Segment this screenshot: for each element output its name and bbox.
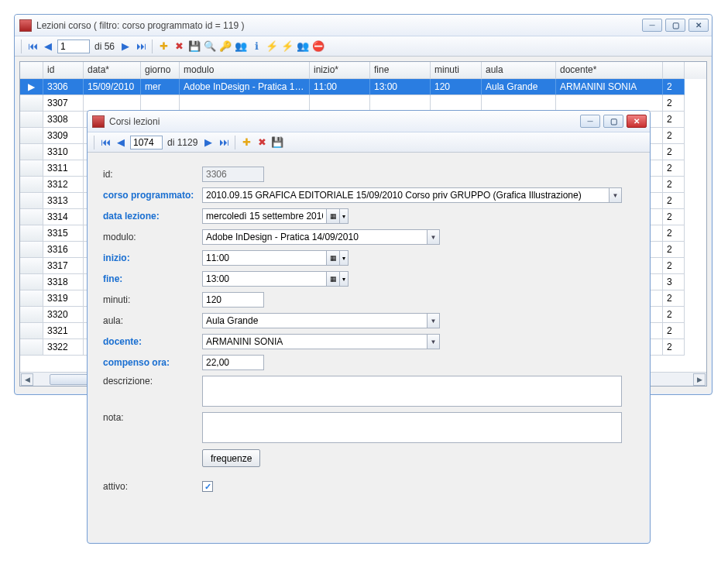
docente-label: docente: bbox=[103, 336, 202, 347]
search-icon[interactable]: 🔍 bbox=[204, 40, 216, 53]
chevron-down-icon[interactable]: ▾ bbox=[339, 271, 349, 287]
chevron-down-icon[interactable]: ▼ bbox=[427, 313, 440, 328]
chevron-down-icon[interactable]: ▼ bbox=[427, 334, 440, 349]
close-button[interactable]: ✕ bbox=[627, 115, 647, 128]
next-record-icon[interactable]: ▶ bbox=[119, 40, 132, 53]
record-position-input[interactable] bbox=[130, 136, 163, 149]
attivo-checkbox[interactable]: ✓ bbox=[202, 481, 213, 492]
group-icon[interactable]: 👥 bbox=[297, 40, 309, 53]
action2-icon[interactable]: ⚡ bbox=[281, 40, 294, 53]
save-icon[interactable]: 💾 bbox=[271, 136, 283, 149]
docente-combo[interactable] bbox=[202, 334, 427, 349]
compenso-field[interactable] bbox=[202, 355, 264, 370]
chevron-down-icon[interactable]: ▾ bbox=[339, 250, 349, 266]
last-record-icon[interactable]: ⏭ bbox=[135, 40, 147, 53]
descrizione-label: descrizione: bbox=[103, 376, 202, 387]
compenso-label: compenso ora: bbox=[103, 357, 202, 368]
inizio-label: inizio: bbox=[103, 253, 202, 263]
chevron-down-icon[interactable]: ▼ bbox=[427, 229, 440, 245]
frequenze-button[interactable]: frequenze bbox=[202, 449, 260, 467]
last-record-icon[interactable]: ⏭ bbox=[218, 136, 230, 149]
table-row[interactable]: ▶330615/09/2010merAdobe InDesign - Prati… bbox=[20, 79, 706, 95]
add-record-icon[interactable]: ✚ bbox=[157, 40, 170, 53]
first-record-icon[interactable]: ⏮ bbox=[26, 40, 39, 53]
id-field bbox=[202, 167, 264, 182]
delete-record-icon[interactable]: ✖ bbox=[256, 136, 268, 149]
prev-record-icon[interactable]: ◀ bbox=[42, 40, 54, 53]
calendar-icon[interactable]: ▦ bbox=[326, 208, 339, 224]
corso-combo[interactable] bbox=[202, 187, 609, 203]
descrizione-field[interactable] bbox=[202, 376, 622, 407]
chevron-down-icon[interactable]: ▼ bbox=[609, 187, 622, 203]
record-total-label: di 1129 bbox=[166, 137, 199, 148]
minimize-button[interactable]: ─ bbox=[642, 19, 662, 32]
minuti-field[interactable] bbox=[202, 292, 264, 308]
col-giorno[interactable]: giorno bbox=[141, 62, 180, 79]
toolbar: ⏮ ◀ di 56 ▶ ⏭ ✚ ✖ 💾 🔍 🔑 👥 ℹ ⚡ ⚡ 👥 ⛔ bbox=[15, 36, 712, 57]
maximize-button[interactable]: ▢ bbox=[603, 115, 623, 128]
col-docente[interactable]: docente* bbox=[556, 62, 663, 79]
corso-label: corso programmato: bbox=[103, 190, 202, 201]
fine-label: fine: bbox=[103, 273, 202, 284]
minimize-button[interactable]: ─ bbox=[580, 115, 600, 128]
add-record-icon[interactable]: ✚ bbox=[240, 136, 252, 149]
nota-field[interactable] bbox=[202, 412, 622, 443]
record-total-label: di 56 bbox=[93, 41, 116, 52]
calendar-icon[interactable]: ▦ bbox=[326, 250, 339, 266]
toolbar: ⏮ ◀ di 1129 ▶ ⏭ ✚ ✖ 💾 bbox=[88, 132, 650, 153]
app-icon bbox=[92, 115, 105, 128]
inizio-picker[interactable] bbox=[202, 250, 326, 266]
next-record-icon[interactable]: ▶ bbox=[202, 136, 215, 149]
col-id[interactable]: id bbox=[43, 62, 84, 79]
delete-record-icon[interactable]: ✖ bbox=[173, 40, 185, 53]
users-icon[interactable]: 👥 bbox=[235, 40, 247, 53]
corsi-lezioni-dialog: Corsi lezioni ─ ▢ ✕ ⏮ ◀ di 1129 ▶ ⏭ ✚ ✖ … bbox=[87, 110, 651, 544]
first-record-icon[interactable]: ⏮ bbox=[99, 136, 112, 149]
minuti-label: minuti: bbox=[103, 294, 202, 305]
info-icon[interactable]: ℹ bbox=[250, 40, 263, 53]
data-lezione-picker[interactable] bbox=[202, 208, 326, 224]
aula-label: aula: bbox=[103, 315, 202, 326]
calendar-icon[interactable]: ▦ bbox=[326, 271, 339, 287]
titlebar[interactable]: Corsi lezioni ─ ▢ ✕ bbox=[88, 111, 650, 132]
col-fine[interactable]: fine bbox=[370, 62, 431, 79]
key-icon[interactable]: 🔑 bbox=[219, 40, 232, 53]
aula-combo[interactable] bbox=[202, 313, 427, 328]
app-icon bbox=[19, 19, 32, 32]
titlebar[interactable]: Lezioni corso ( filtro: corso programmat… bbox=[15, 15, 712, 36]
attivo-label: attivo: bbox=[103, 481, 202, 492]
maximize-button[interactable]: ▢ bbox=[665, 19, 685, 32]
chevron-down-icon[interactable]: ▾ bbox=[339, 208, 349, 224]
col-aula[interactable]: aula bbox=[482, 62, 556, 79]
table-row[interactable]: 33072 bbox=[20, 95, 706, 112]
col-data[interactable]: data* bbox=[84, 62, 141, 79]
data-lezione-label: data lezione: bbox=[103, 211, 202, 222]
col-minuti[interactable]: minuti bbox=[431, 62, 482, 79]
id-label: id: bbox=[103, 169, 202, 180]
remove-icon[interactable]: ⛔ bbox=[312, 40, 325, 53]
grid-header: id data* giorno modulo inizio* fine minu… bbox=[20, 62, 706, 79]
col-inizio[interactable]: inizio* bbox=[310, 62, 370, 79]
modulo-label: modulo: bbox=[103, 232, 202, 242]
prev-record-icon[interactable]: ◀ bbox=[115, 136, 127, 149]
modulo-combo[interactable] bbox=[202, 229, 427, 245]
save-icon[interactable]: 💾 bbox=[188, 40, 201, 53]
fine-picker[interactable] bbox=[202, 271, 326, 287]
close-button[interactable]: ✕ bbox=[689, 19, 709, 32]
window-title: Lezioni corso ( filtro: corso programmat… bbox=[36, 20, 642, 31]
nota-label: nota: bbox=[103, 412, 202, 423]
record-position-input[interactable] bbox=[57, 40, 90, 53]
action1-icon[interactable]: ⚡ bbox=[266, 40, 278, 53]
col-modulo[interactable]: modulo bbox=[180, 62, 310, 79]
window-title: Corsi lezioni bbox=[109, 116, 580, 127]
